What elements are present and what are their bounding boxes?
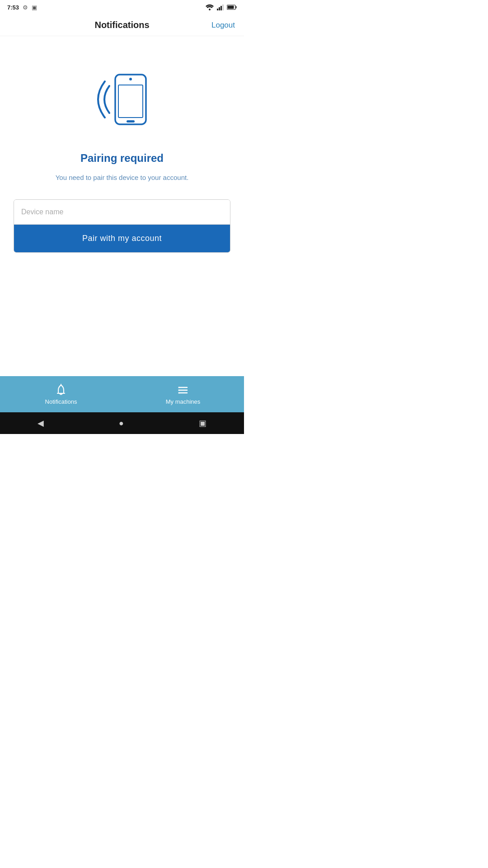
- phone-illustration: [86, 63, 158, 137]
- wifi-icon: [205, 4, 214, 10]
- sim-icon: ▣: [32, 4, 37, 11]
- input-button-group: Pair with my account: [14, 199, 230, 253]
- status-bar: 7:53 ⚙ ▣: [0, 0, 244, 14]
- android-nav: ◀ ● ▣: [0, 412, 244, 434]
- svg-rect-10: [118, 85, 143, 118]
- page-title: Notifications: [94, 20, 149, 30]
- svg-point-18: [178, 392, 180, 393]
- svg-point-9: [129, 78, 132, 80]
- bottom-nav: Notifications My machines: [0, 376, 244, 412]
- svg-rect-6: [236, 6, 237, 9]
- logout-button[interactable]: Logout: [211, 21, 235, 30]
- device-name-input[interactable]: [14, 200, 230, 225]
- nav-notifications-label: Notifications: [45, 398, 77, 405]
- svg-point-0: [209, 9, 211, 10]
- back-button[interactable]: ◀: [38, 418, 44, 428]
- svg-rect-7: [228, 6, 234, 9]
- pairing-title: Pairing required: [80, 152, 164, 165]
- svg-point-17: [178, 389, 180, 391]
- nav-my-machines[interactable]: My machines: [122, 376, 244, 412]
- status-left: 7:53 ⚙ ▣: [7, 4, 37, 11]
- recents-button[interactable]: ▣: [199, 418, 206, 428]
- nav-my-machines-label: My machines: [166, 398, 201, 405]
- signal-icon: [217, 4, 224, 10]
- status-right: [205, 4, 237, 10]
- bell-icon: [55, 384, 67, 396]
- svg-rect-1: [217, 9, 218, 10]
- header: Notifications Logout: [0, 14, 244, 36]
- svg-point-16: [178, 387, 180, 388]
- home-button[interactable]: ●: [119, 419, 124, 428]
- svg-rect-11: [127, 120, 135, 123]
- battery-icon: [227, 5, 237, 10]
- pair-button[interactable]: Pair with my account: [14, 225, 230, 252]
- svg-rect-2: [219, 7, 220, 10]
- list-icon: [177, 384, 189, 396]
- main-content: Pairing required You need to pair this d…: [0, 36, 244, 376]
- svg-rect-3: [221, 6, 222, 10]
- settings-icon: ⚙: [23, 4, 28, 11]
- pairing-subtitle: You need to pair this device to your acc…: [56, 173, 189, 183]
- nav-notifications[interactable]: Notifications: [0, 376, 122, 412]
- status-time: 7:53: [7, 4, 19, 11]
- svg-rect-4: [222, 5, 224, 10]
